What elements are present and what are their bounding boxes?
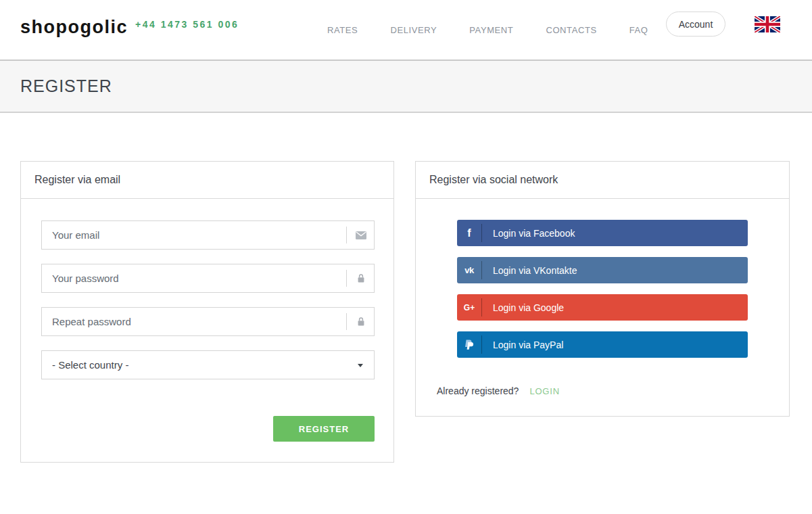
social-button-label: Login via VKontakte xyxy=(482,265,577,276)
register-button[interactable]: REGISTER xyxy=(273,416,375,442)
password-input[interactable] xyxy=(41,264,375,293)
paypal-icon xyxy=(457,340,481,350)
main-nav: RATES DELIVERY PAYMENT CONTACTS FAQ xyxy=(327,0,648,60)
email-field-group xyxy=(41,220,375,250)
login-link[interactable]: LOGIN xyxy=(529,386,559,396)
email-input[interactable] xyxy=(41,220,375,250)
social-card-title: Register via social network xyxy=(416,162,789,199)
password-field-group xyxy=(41,264,375,293)
login-google-button[interactable]: G+ Login via Google xyxy=(457,294,748,321)
nav-item-rates[interactable]: RATES xyxy=(327,25,358,35)
logo[interactable]: shopogolic xyxy=(20,17,128,38)
header: shopogolic +44 1473 561 006 RATES DELIVE… xyxy=(0,0,812,60)
country-select-value: - Select country - xyxy=(52,359,128,371)
nav-item-contacts[interactable]: CONTACTS xyxy=(546,25,596,35)
country-select[interactable]: - Select country - xyxy=(41,350,375,379)
already-registered-text: Already registered? xyxy=(437,386,519,396)
nav-item-faq[interactable]: FAQ xyxy=(629,25,648,35)
account-button[interactable]: Account xyxy=(666,11,725,37)
chevron-down-icon xyxy=(358,364,363,367)
page-title: REGISTER xyxy=(20,76,112,96)
login-vkontakte-button[interactable]: vk Login via VKontakte xyxy=(457,257,748,283)
already-registered-row: Already registered? LOGIN xyxy=(437,386,560,396)
uk-flag-icon[interactable] xyxy=(755,16,780,32)
nav-item-payment[interactable]: PAYMENT xyxy=(469,25,513,35)
repeat-password-field-group xyxy=(41,307,375,336)
social-button-label: Login via Facebook xyxy=(482,228,575,239)
register-via-social-card: Register via social network f Login via … xyxy=(415,161,790,417)
email-card-title: Register via email xyxy=(21,162,393,199)
vkontakte-icon: vk xyxy=(457,265,481,275)
social-button-label: Login via Google xyxy=(482,302,564,313)
login-facebook-button[interactable]: f Login via Facebook xyxy=(457,220,748,246)
login-paypal-button[interactable]: Login via PayPal xyxy=(457,331,748,358)
repeat-password-input[interactable] xyxy=(41,307,375,336)
social-button-label: Login via PayPal xyxy=(482,340,563,350)
facebook-icon: f xyxy=(457,227,481,239)
google-plus-icon: G+ xyxy=(457,303,481,312)
page-title-band: REGISTER xyxy=(0,60,812,113)
nav-item-delivery[interactable]: DELIVERY xyxy=(390,25,437,35)
phone-number: +44 1473 561 006 xyxy=(135,19,239,30)
register-via-email-card: Register via email xyxy=(20,161,394,463)
